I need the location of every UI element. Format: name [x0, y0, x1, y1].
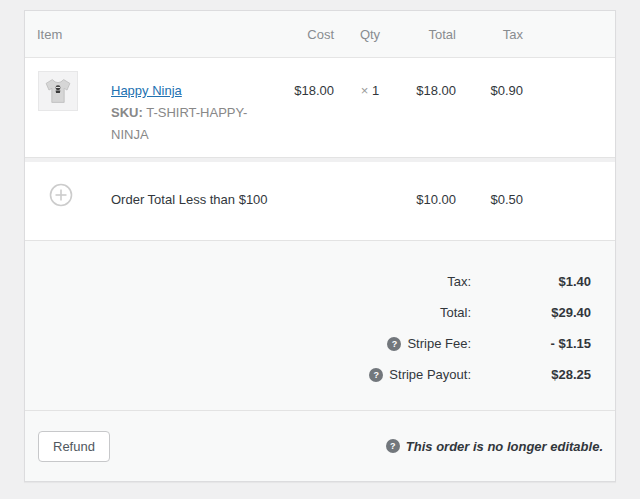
total-row-tax: Tax: $1.40: [25, 266, 591, 297]
total-row-total: Total: $29.40: [25, 297, 591, 328]
help-icon[interactable]: ?: [386, 439, 400, 453]
stripe-payout-label: Stripe Payout:: [389, 367, 471, 382]
qty-value: 1: [372, 83, 379, 98]
order-total-value: $29.40: [471, 305, 591, 320]
help-icon[interactable]: ?: [387, 337, 401, 351]
stripe-fee-label: Stripe Fee:: [407, 336, 471, 351]
line-item-row: Happy Ninja SKU: T-SHIRT-HAPPY-NINJA $18…: [25, 58, 615, 158]
column-header-item: Item: [25, 27, 271, 42]
refund-button[interactable]: Refund: [38, 431, 110, 462]
order-total-label: Total:: [440, 305, 471, 320]
not-editable-text: This order is no longer editable.: [406, 439, 603, 454]
fee-total: $10.00: [406, 162, 456, 240]
fee-name: Order Total Less than $100: [111, 162, 271, 240]
column-header-qty: Qty: [334, 27, 406, 42]
tax-value: $1.40: [471, 274, 591, 289]
sku-label: SKU:: [111, 105, 143, 120]
qty-multiplier: ×: [361, 83, 369, 98]
tax-label: Tax:: [447, 274, 471, 289]
column-header-cost: Cost: [271, 27, 334, 42]
product-sku: SKU: T-SHIRT-HAPPY-NINJA: [111, 102, 271, 146]
product-name-link[interactable]: Happy Ninja: [111, 83, 182, 98]
order-totals: Tax: $1.40 Total: $29.40 ? Stripe Fee: -…: [25, 241, 615, 411]
fee-tax: $0.50: [456, 162, 523, 240]
fee-item-row: Order Total Less than $100 $10.00 $0.50: [25, 162, 615, 241]
line-item-total: $18.00: [406, 58, 456, 157]
total-row-stripe-payout: ? Stripe Payout: $28.25: [25, 359, 591, 390]
order-items-panel: Item Cost Qty Total Tax Happy Ninja SKU:…: [24, 10, 616, 482]
column-header-total: Total: [406, 27, 456, 42]
items-table-footer: Refund ? This order is no longer editabl…: [25, 411, 615, 481]
line-item-tax: $0.90: [456, 58, 523, 157]
help-icon[interactable]: ?: [369, 368, 383, 382]
tshirt-image: [39, 72, 77, 110]
circle-plus-icon[interactable]: [49, 183, 73, 207]
total-row-stripe-fee: ? Stripe Fee: - $1.15: [25, 328, 591, 359]
not-editable-note: ? This order is no longer editable.: [386, 439, 603, 454]
product-thumbnail: [38, 71, 78, 111]
line-item-cost: $18.00: [271, 58, 334, 157]
stripe-fee-value: - $1.15: [471, 336, 591, 351]
line-item-qty: × 1: [334, 58, 406, 157]
stripe-payout-value: $28.25: [471, 367, 591, 382]
column-header-tax: Tax: [456, 27, 523, 42]
items-table-header: Item Cost Qty Total Tax: [25, 11, 615, 58]
